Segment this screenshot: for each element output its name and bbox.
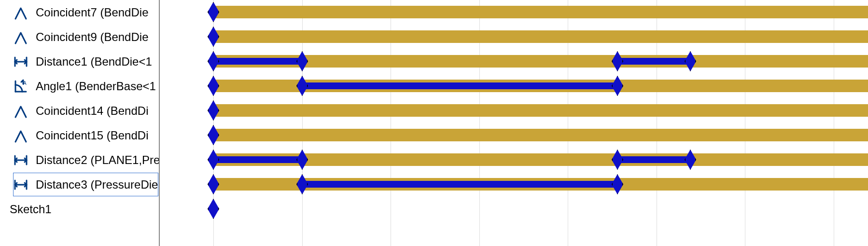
duration-bar[interactable] bbox=[213, 104, 868, 117]
keyframe-diamond[interactable] bbox=[685, 51, 696, 71]
tree-item-8[interactable]: Sketch1 bbox=[10, 197, 159, 221]
timeline-row bbox=[159, 25, 868, 49]
timeline-row bbox=[159, 148, 868, 172]
keyframe-diamond[interactable] bbox=[208, 76, 219, 96]
timeline-row bbox=[159, 172, 868, 197]
keyframe-diamond[interactable] bbox=[208, 125, 219, 145]
keyframe-diamond[interactable] bbox=[612, 51, 623, 71]
timeline-row bbox=[159, 123, 868, 148]
coincident-icon bbox=[13, 127, 29, 144]
tree-item-6[interactable]: Distance2 (PLANE1,Pre bbox=[13, 148, 159, 172]
tree-item-2[interactable]: Distance1 (BendDie<1 bbox=[13, 49, 159, 74]
tree-item-1[interactable]: Coincident9 (BendDie bbox=[13, 25, 159, 49]
tree-item-label: Coincident15 (BendDi bbox=[36, 129, 148, 142]
tree-item-label: Coincident9 (BendDie bbox=[36, 30, 148, 44]
coincident-icon bbox=[13, 29, 29, 45]
tree-item-label: Coincident14 (BendDi bbox=[36, 104, 148, 118]
duration-bar[interactable] bbox=[213, 153, 868, 166]
tree-item-label: Sketch1 bbox=[10, 203, 52, 216]
tree-item-label: Angle1 (BenderBase<1 bbox=[36, 80, 156, 93]
keyframe-diamond[interactable] bbox=[208, 27, 219, 47]
duration-bar[interactable] bbox=[213, 30, 868, 43]
distance-icon bbox=[13, 54, 29, 70]
segment-bar[interactable] bbox=[617, 58, 690, 65]
tree-item-3[interactable]: AAngle1 (BenderBase<1 bbox=[13, 74, 159, 98]
keyframe-diamond[interactable] bbox=[208, 199, 219, 219]
segment-bar[interactable] bbox=[213, 58, 302, 65]
tree-item-label: Distance2 (PLANE1,Pre bbox=[36, 153, 159, 167]
keyframe-diamond[interactable] bbox=[612, 150, 623, 170]
segment-bar[interactable] bbox=[302, 82, 617, 89]
coincident-icon bbox=[13, 4, 29, 21]
duration-bar[interactable] bbox=[213, 6, 868, 18]
segment-bar[interactable] bbox=[302, 181, 617, 188]
keyframe-diamond[interactable] bbox=[208, 100, 219, 121]
duration-bar[interactable] bbox=[213, 129, 868, 141]
tree-item-label: Distance3 (PressureDie bbox=[36, 178, 158, 191]
coincident-icon bbox=[13, 103, 29, 119]
tree-item-5[interactable]: Coincident15 (BendDi bbox=[13, 123, 159, 148]
timeline-row bbox=[159, 197, 868, 221]
timeline-row bbox=[159, 74, 868, 98]
tree-item-7[interactable]: Distance3 (PressureDie bbox=[13, 172, 159, 197]
keyframe-diamond[interactable] bbox=[296, 51, 308, 71]
duration-bar[interactable] bbox=[213, 55, 868, 68]
segment-bar[interactable] bbox=[213, 156, 302, 163]
keyframe-diamond[interactable] bbox=[296, 76, 308, 96]
tree-item-0[interactable]: Coincident7 (BendDie bbox=[13, 0, 159, 25]
timeline-row bbox=[159, 49, 868, 74]
keyframe-diamond[interactable] bbox=[612, 174, 623, 194]
keyframe-diamond[interactable] bbox=[296, 174, 308, 194]
feature-tree-panel: Coincident7 (BendDieCoincident9 (BendDie… bbox=[0, 0, 159, 246]
keyframe-diamond[interactable] bbox=[208, 174, 219, 194]
keyframe-diamond[interactable] bbox=[612, 76, 623, 96]
keyframe-diamond[interactable] bbox=[208, 51, 219, 71]
timeline-row bbox=[159, 0, 868, 25]
distance-icon bbox=[13, 152, 29, 168]
angle-icon: A bbox=[13, 78, 29, 95]
distance-icon bbox=[13, 177, 29, 193]
tree-item-label: Distance1 (BendDie<1 bbox=[36, 55, 152, 68]
keyframe-diamond[interactable] bbox=[685, 150, 696, 170]
svg-text:A: A bbox=[23, 81, 27, 86]
keyframe-diamond[interactable] bbox=[208, 2, 219, 22]
keyframe-diamond[interactable] bbox=[296, 150, 308, 170]
tree-item-label: Coincident7 (BendDie bbox=[36, 6, 148, 19]
timeline-row bbox=[159, 98, 868, 123]
keyframe-diamond[interactable] bbox=[208, 150, 219, 170]
tree-item-4[interactable]: Coincident14 (BendDi bbox=[13, 98, 159, 123]
segment-bar[interactable] bbox=[617, 156, 690, 163]
timeline-panel bbox=[159, 0, 868, 246]
